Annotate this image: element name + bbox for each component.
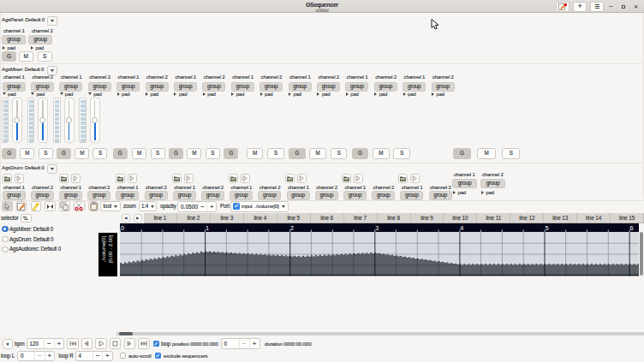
svg-text:1: 1 [206,224,209,232]
svg-text:2: 2 [290,224,294,232]
svg-text:0: 0 [121,224,124,232]
svg-text:5: 5 [545,224,548,232]
svg-text:6: 6 [630,224,634,232]
svg-text:4: 4 [460,224,463,232]
svg-text:3: 3 [375,224,379,232]
